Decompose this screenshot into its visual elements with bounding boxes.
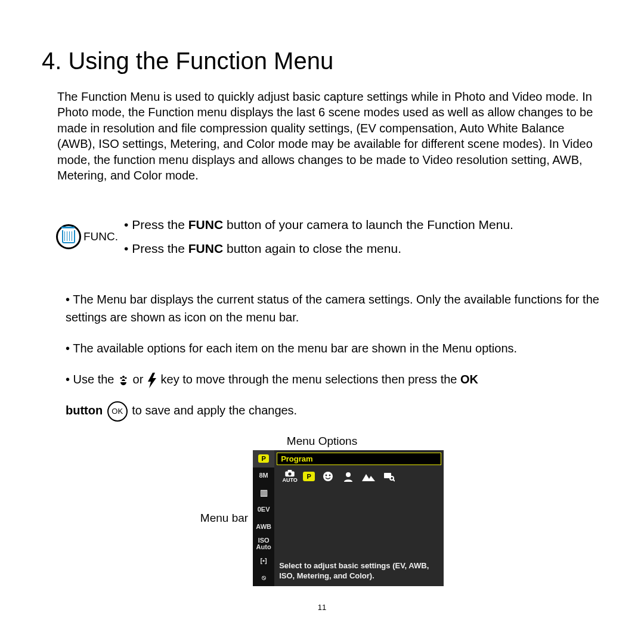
body-block: • The Menu bar displays the current stat…	[66, 290, 602, 422]
mode-portrait-icon	[341, 470, 355, 483]
page-heading: 4. Using the Function Menu	[42, 48, 602, 75]
side-iso: ISO Auto	[253, 535, 274, 553]
menu-bar-label: Menu bar	[200, 512, 248, 525]
lcd-main: Program AUTO P Select to adjust basic se…	[274, 450, 444, 586]
macro-flower-icon	[117, 374, 129, 386]
camera-lcd-figure: P 8M ▥ 0EV AWB ISO Auto [▪] ⦸ Program AU…	[253, 450, 444, 586]
side-size: 8M	[253, 467, 274, 485]
side-quality-icon: ▥	[253, 484, 274, 501]
intro-paragraph: The Function Menu is used to quickly adj…	[57, 89, 602, 183]
trash-icon	[56, 224, 81, 249]
svg-point-4	[326, 475, 327, 476]
func-label: FUNC.	[83, 230, 118, 243]
mode-search-icon	[382, 470, 396, 483]
body-bullet-2: • The available options for each item on…	[66, 339, 602, 357]
mode-auto-icon: AUTO	[283, 470, 297, 483]
svg-point-6	[346, 472, 351, 477]
side-ev: 0EV	[253, 501, 274, 519]
page-number: 11	[42, 603, 602, 612]
func-bullets: • Press the FUNC button of your camera t…	[124, 213, 513, 261]
lcd-help-text: Select to adjust basic settings (EV, AWB…	[274, 560, 444, 586]
lcd-sidebar: P 8M ▥ 0EV AWB ISO Auto [▪] ⦸	[253, 450, 274, 586]
mode-landscape-icon	[361, 470, 376, 483]
body-bullet-3: • Use the or key to move through the men…	[66, 370, 602, 388]
body-bullet-4: button OK to save and apply the changes.	[66, 401, 602, 422]
svg-point-3	[323, 472, 333, 481]
mode-p-icon: P	[303, 472, 315, 481]
mode-smile-icon	[321, 470, 335, 483]
menu-options-label: Menu Options	[287, 435, 357, 448]
figure-wrap: Menu Options Menu bar P 8M ▥ 0EV AWB ISO…	[42, 435, 602, 586]
svg-point-5	[329, 475, 331, 476]
side-awb: AWB	[253, 518, 274, 535]
func-instruction-row: FUNC. • Press the FUNC button of your ca…	[56, 213, 602, 261]
lcd-mode-icons: AUTO P	[274, 465, 444, 485]
lcd-program-bar: Program	[277, 453, 441, 465]
svg-line-9	[393, 479, 395, 481]
svg-rect-1	[288, 470, 292, 472]
body-bullet-1: • The Menu bar displays the current stat…	[66, 290, 602, 326]
side-mode-p: P	[253, 450, 274, 467]
ok-button-icon: OK	[107, 401, 128, 422]
func-button-graphic: FUNC.	[56, 224, 124, 249]
flash-bolt-icon	[147, 373, 157, 388]
side-color-icon: ⦸	[253, 569, 274, 587]
svg-point-2	[289, 472, 292, 475]
side-metering-icon: [▪]	[253, 552, 274, 569]
